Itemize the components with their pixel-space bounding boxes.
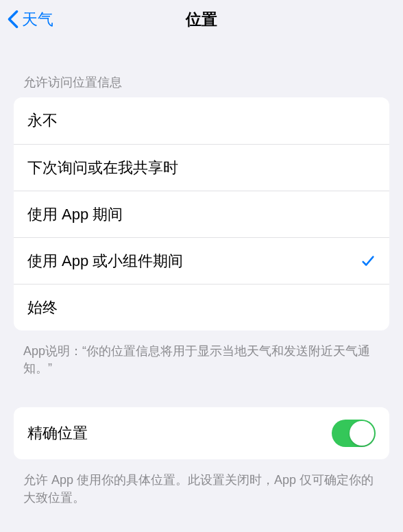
option-label: 使用 App 期间 xyxy=(27,204,123,225)
back-label: 天气 xyxy=(22,9,53,30)
option-label: 下次询问或在我共享时 xyxy=(27,158,178,178)
option-label: 使用 App 或小组件期间 xyxy=(27,251,183,271)
checkmark-icon xyxy=(361,254,376,269)
precise-location-row[interactable]: 精确位置 xyxy=(14,407,389,459)
option-always[interactable]: 始终 xyxy=(14,284,389,330)
section-header-location-access: 允许访问位置信息 xyxy=(0,38,403,97)
option-ask-next-time[interactable]: 下次询问或在我共享时 xyxy=(14,144,389,191)
precise-location-label: 精确位置 xyxy=(27,423,88,444)
toggle-knob xyxy=(350,421,374,446)
option-while-using-app[interactable]: 使用 App 期间 xyxy=(14,191,389,237)
option-never[interactable]: 永不 xyxy=(14,97,389,144)
page-title: 位置 xyxy=(186,9,217,30)
section-footer-app-description: App说明：“你的位置信息将用于显示当地天气和发送附近天气通知。” xyxy=(0,337,403,377)
location-access-group: 永不 下次询问或在我共享时 使用 App 期间 使用 App 或小组件期间 始终 xyxy=(14,97,389,330)
precise-location-toggle[interactable] xyxy=(332,420,376,447)
option-while-using-app-or-widgets[interactable]: 使用 App 或小组件期间 xyxy=(14,237,389,284)
precise-location-group: 精确位置 xyxy=(14,407,389,459)
nav-bar: 天气 位置 xyxy=(0,0,403,38)
section-footer-precise-location: 允许 App 使用你的具体位置。此设置关闭时，App 仅可确定你的大致位置。 xyxy=(0,466,403,506)
option-label: 始终 xyxy=(27,298,58,318)
option-label: 永不 xyxy=(27,110,58,131)
back-button[interactable]: 天气 xyxy=(7,9,53,30)
chevron-left-icon xyxy=(7,10,19,29)
